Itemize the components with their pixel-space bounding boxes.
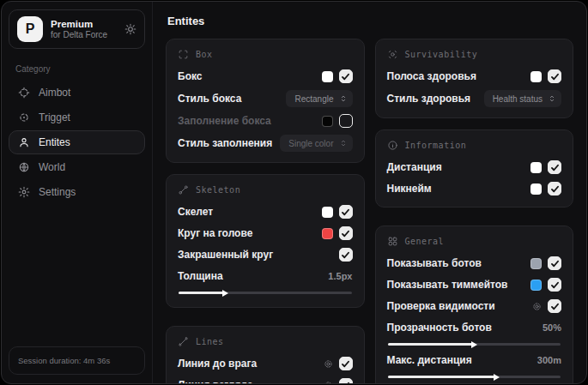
row-label: Проверка видимости <box>387 300 495 312</box>
sidebar-item-aimbot[interactable]: Aimbot <box>9 81 145 105</box>
sidebar-item-world[interactable]: World <box>9 155 145 179</box>
row-show-teammates: Показывать тиммейтов <box>387 277 562 292</box>
slider-thumb[interactable] <box>471 341 477 348</box>
color-swatch[interactable] <box>530 162 542 173</box>
filled-circle-checkbox[interactable] <box>339 248 353 262</box>
row-max-distance: Макс. дистанция 300m <box>387 352 562 378</box>
look-line-settings-icon[interactable] <box>324 381 333 385</box>
skeleton-checkbox[interactable] <box>339 205 353 219</box>
panel-header: Skeleton <box>196 185 240 195</box>
head-circle-checkbox[interactable] <box>339 226 353 240</box>
row-visibility-check: Проверка видимости <box>387 298 562 314</box>
enemy-line-checkbox[interactable] <box>339 357 353 370</box>
box-fill-checkbox[interactable] <box>339 114 353 128</box>
color-swatch[interactable] <box>530 183 542 195</box>
bone-icon <box>178 184 189 196</box>
enemy-line-settings-icon[interactable] <box>324 359 333 369</box>
look-line-checkbox[interactable] <box>339 378 353 384</box>
row-label: Никнейм <box>387 183 432 195</box>
row-nickname: Никнейм <box>387 181 562 196</box>
row-health-style: Стиль здоровья Health status <box>387 90 562 107</box>
brand-subtitle: for Delta Force <box>51 30 117 41</box>
fill-style-select[interactable]: Single color <box>280 135 352 152</box>
row-thickness: Толщина 1.5px <box>178 268 353 294</box>
row-label: Толщина <box>178 270 223 282</box>
panel-header: Box <box>196 50 213 59</box>
row-label: Показывать ботов <box>387 257 482 269</box>
panel-skeleton: Skeleton Скелет Круг на голове <box>166 174 365 308</box>
bots-opacity-slider[interactable] <box>388 343 561 346</box>
row-look-line: Линия взгляда <box>178 377 353 384</box>
show-teammates-checkbox[interactable] <box>548 278 561 292</box>
check-icon <box>341 229 350 238</box>
row-health-bar: Полоса здоровья <box>387 69 562 84</box>
color-swatch[interactable] <box>322 228 333 239</box>
row-fill-style: Стиль заполнения Single color <box>178 135 353 152</box>
row-label: Прозрачность ботов <box>387 322 492 334</box>
row-label: Макс. дистанция <box>387 354 472 366</box>
box-style-select[interactable]: Rectangle <box>286 90 352 107</box>
row-filled-circle: Закрашенный круг <box>178 247 353 262</box>
panel-header: Lines <box>196 337 224 346</box>
panel-survivability: Survivability Полоса здоровья Стиль здор… <box>375 39 574 118</box>
visibility-check-checkbox[interactable] <box>548 299 561 313</box>
chevrons-up-down-icon <box>339 94 348 103</box>
slider-thumb[interactable] <box>494 374 500 381</box>
panel-header: Information <box>405 141 467 150</box>
sidebar-item-label: World <box>39 161 65 173</box>
row-label: Бокс <box>178 70 202 82</box>
health-bar-checkbox[interactable] <box>548 69 561 83</box>
check-icon <box>341 359 350 369</box>
chevrons-up-down-icon <box>548 94 556 103</box>
sidebar-item-settings[interactable]: Settings <box>9 180 145 204</box>
color-swatch[interactable] <box>530 280 542 291</box>
color-swatch[interactable] <box>322 207 333 218</box>
check-icon <box>341 72 350 81</box>
health-style-select[interactable]: Health status <box>484 90 561 107</box>
check-icon <box>550 163 560 172</box>
sidebar-item-trigget[interactable]: Trigget <box>9 105 145 129</box>
trigget-target-icon <box>18 111 30 123</box>
grid-icon <box>387 236 398 247</box>
brand-title: Premium <box>51 18 117 30</box>
chevrons-up-down-icon <box>339 139 348 147</box>
check-icon <box>550 280 560 290</box>
box-scan-icon <box>178 49 189 60</box>
box-checkbox[interactable] <box>339 69 353 83</box>
row-bots-opacity: Прозрачность ботов 50% <box>387 320 562 346</box>
row-label: Показывать тиммейтов <box>387 279 508 291</box>
check-icon <box>341 250 350 260</box>
settings-gear-icon <box>18 186 30 198</box>
thickness-slider[interactable] <box>179 292 352 294</box>
visibility-check-icon[interactable] <box>532 302 542 311</box>
distance-checkbox[interactable] <box>548 160 561 174</box>
panel-header: General <box>405 237 445 246</box>
max-distance-slider[interactable] <box>388 376 561 378</box>
category-label: Category <box>15 64 138 74</box>
row-label: Стиль бокса <box>178 93 241 105</box>
color-swatch[interactable] <box>530 258 542 269</box>
sidebar-item-entites[interactable]: Entites <box>9 130 145 154</box>
check-icon <box>550 302 560 311</box>
session-duration: Session duration: 4m 36s <box>9 346 145 375</box>
row-label: Стиль заполнения <box>178 137 272 149</box>
row-show-bots: Показывать ботов <box>387 256 562 271</box>
color-swatch[interactable] <box>322 116 333 127</box>
row-box-style: Стиль бокса Rectangle <box>178 90 353 107</box>
main-content: Entites Box Бокс <box>153 2 586 383</box>
survivability-icon <box>387 49 398 60</box>
slider-thumb[interactable] <box>222 290 228 297</box>
nickname-checkbox[interactable] <box>548 182 561 196</box>
show-bots-checkbox[interactable] <box>548 256 561 270</box>
check-icon <box>550 72 560 81</box>
brand-settings-icon[interactable] <box>124 23 136 35</box>
row-label: Линия до врага <box>178 358 257 370</box>
brand-logo: P <box>17 16 43 42</box>
color-swatch[interactable] <box>322 71 333 82</box>
color-swatch[interactable] <box>530 71 542 82</box>
row-box: Бокс <box>178 69 353 84</box>
check-icon <box>550 184 560 194</box>
check-icon <box>341 208 350 217</box>
thickness-value: 1.5px <box>328 271 352 281</box>
info-icon <box>387 140 398 151</box>
